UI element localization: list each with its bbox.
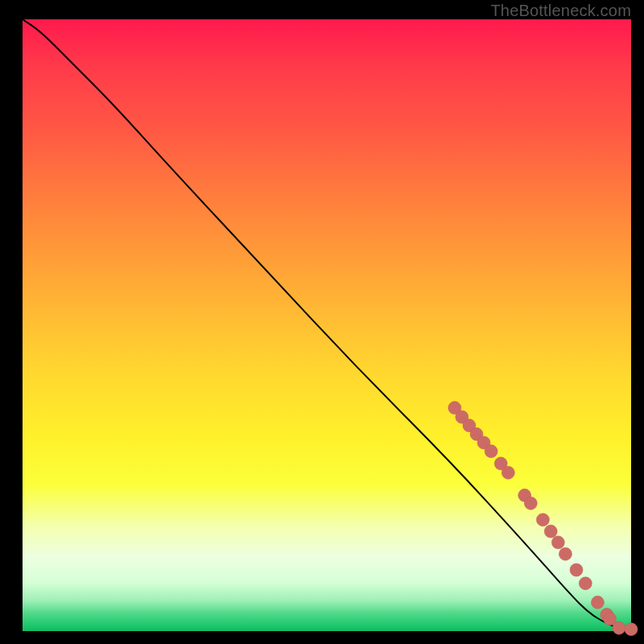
data-point (570, 564, 583, 576)
bottleneck-curve (23, 19, 631, 630)
data-point (591, 596, 604, 609)
data-point (625, 623, 638, 636)
data-point (485, 445, 497, 458)
data-point (524, 497, 537, 510)
data-point (613, 621, 625, 634)
data-point (579, 577, 592, 590)
chart-stage: TheBottleneck.com (0, 0, 644, 644)
curve-layer (0, 0, 644, 644)
data-point (502, 466, 514, 479)
data-point (544, 525, 557, 538)
data-point (536, 514, 549, 526)
data-point (551, 536, 564, 549)
data-point (559, 547, 572, 560)
